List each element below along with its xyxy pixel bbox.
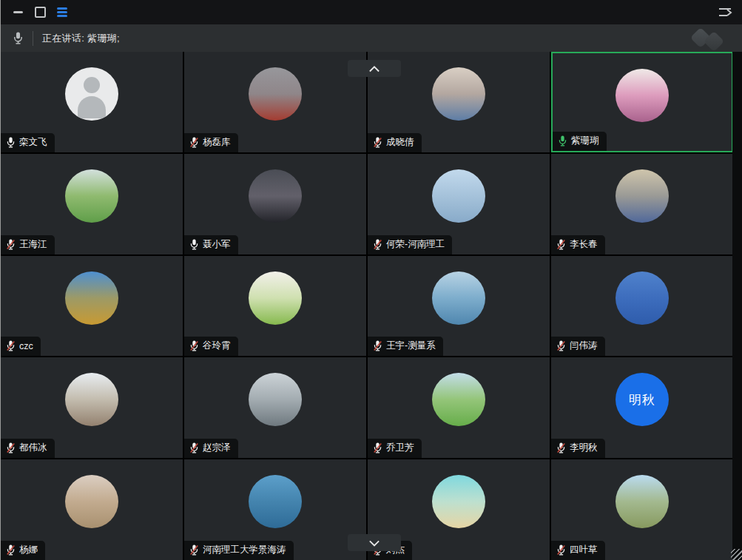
participant-tile[interactable]: 都伟冰 — [1, 357, 183, 458]
mic-status-icon — [189, 544, 199, 556]
participant-name: 王宇-测量系 — [386, 340, 436, 352]
participant-tile[interactable]: 杨磊库 — [184, 52, 366, 152]
participant-avatar — [432, 271, 485, 325]
mic-status-icon — [556, 340, 566, 352]
participant-tile[interactable]: 赵宗泽 — [184, 357, 366, 458]
participant-tile[interactable]: 栾文飞 — [1, 52, 183, 152]
speaking-mic-icon — [13, 31, 24, 45]
participant-name: 谷玲霄 — [203, 340, 231, 352]
participant-grid: 栾文飞杨磊库成晓倩紫珊瑚王海江聂小军何荣-河南理工李长春czc谷玲霄王宇-测量系… — [1, 52, 733, 560]
minimize-icon — [13, 11, 23, 13]
participant-nameplate: 谷玲霄 — [184, 337, 238, 356]
participant-tile[interactable]: 乔卫芳 — [368, 357, 550, 458]
participant-tile[interactable]: 紫珊瑚 — [551, 52, 733, 152]
participant-name: 河南理工大学景海涛 — [203, 544, 286, 556]
mic-status-icon — [6, 340, 16, 352]
participant-nameplate: czc — [1, 337, 41, 356]
participant-avatar: 明秋 — [615, 373, 669, 426]
participant-avatar — [615, 169, 669, 223]
participant-avatar — [432, 373, 485, 426]
participant-name: 栾文飞 — [19, 136, 47, 149]
avatar-text: 明秋 — [629, 391, 655, 408]
participant-nameplate: 乔卫芳 — [368, 439, 422, 458]
participant-avatar — [65, 169, 118, 223]
participant-nameplate: 王宇-测量系 — [368, 337, 443, 356]
mic-status-icon — [6, 238, 16, 251]
participant-nameplate: 四叶草 — [551, 541, 605, 560]
layout-view-icon — [57, 7, 67, 17]
mic-status-icon — [6, 544, 16, 556]
participant-tile[interactable]: 闫伟涛 — [551, 256, 733, 357]
participant-tile[interactable]: 谷玲霄 — [184, 256, 366, 357]
participant-name: 赵宗泽 — [203, 442, 231, 454]
participant-avatar — [432, 169, 485, 223]
participant-tile[interactable]: 何荣-河南理工 — [368, 154, 550, 254]
participant-tile[interactable]: 聂小军 — [184, 154, 366, 254]
participant-name: 都伟冰 — [19, 442, 47, 454]
participant-avatar — [65, 67, 118, 121]
participant-nameplate: 紫珊瑚 — [553, 132, 607, 151]
mic-status-icon — [373, 340, 382, 352]
participant-avatar — [432, 475, 485, 528]
participant-tile[interactable]: czc — [1, 256, 183, 357]
minimize-button[interactable] — [8, 4, 27, 21]
mic-status-icon — [373, 442, 382, 454]
participant-nameplate: 赵宗泽 — [184, 439, 238, 458]
mic-status-icon — [373, 238, 382, 251]
participant-avatar — [249, 475, 302, 528]
person-silhouette-icon — [84, 77, 100, 93]
maximize-icon — [35, 7, 46, 18]
mic-status-icon — [189, 238, 199, 251]
participant-name: 闫伟涛 — [570, 340, 598, 352]
mic-status-icon — [556, 442, 566, 454]
participant-tile[interactable]: 明秋李明秋 — [551, 357, 733, 458]
layout-view-button[interactable] — [53, 4, 72, 21]
meeting-main-area: 栾文飞杨磊库成晓倩紫珊瑚王海江聂小军何荣-河南理工李长春czc谷玲霄王宇-测量系… — [1, 52, 742, 560]
participant-avatar — [65, 373, 118, 426]
participant-nameplate: 聂小军 — [184, 235, 238, 254]
participant-name: 何荣-河南理工 — [386, 238, 445, 251]
scroll-down-button[interactable] — [348, 534, 401, 551]
participant-tile[interactable]: 王海江 — [1, 154, 183, 254]
speaking-status-text: 正在讲话: 紫珊瑚; — [42, 32, 120, 45]
scroll-up-button[interactable] — [348, 60, 401, 77]
participant-tile[interactable]: 四叶草 — [551, 459, 733, 560]
chevron-up-icon — [367, 64, 382, 74]
mic-status-icon — [189, 340, 199, 352]
participant-name: 聂小军 — [203, 238, 231, 251]
participant-tile[interactable]: 李长春 — [551, 154, 733, 254]
status-divider — [33, 31, 33, 46]
mic-status-icon — [556, 238, 566, 251]
participant-avatar — [249, 67, 302, 121]
titlebar — [1, 0, 742, 24]
panel-toggle-button[interactable] — [715, 4, 735, 21]
mic-status-icon — [189, 442, 199, 454]
participant-name: 李长春 — [570, 238, 598, 251]
mic-status-icon — [6, 136, 16, 149]
participant-nameplate: 杨磊库 — [184, 133, 238, 152]
mic-status-icon — [189, 136, 199, 149]
participant-avatar — [249, 169, 302, 223]
participant-tile[interactable]: 王宇-测量系 — [368, 256, 550, 357]
participant-tile[interactable]: 杨娜 — [1, 459, 183, 560]
participant-avatar — [65, 475, 118, 528]
participant-avatar — [249, 271, 302, 325]
participant-name: 乔卫芳 — [386, 442, 414, 454]
participant-name: 四叶草 — [570, 544, 598, 556]
right-edge-strip — [732, 52, 742, 560]
participant-avatar — [615, 475, 669, 528]
participant-avatar — [65, 271, 118, 325]
chevron-down-icon — [367, 538, 382, 548]
participant-avatar — [615, 271, 669, 325]
participant-name: 成晓倩 — [386, 136, 414, 149]
participant-nameplate: 李明秋 — [551, 439, 605, 458]
participant-nameplate: 河南理工大学景海涛 — [184, 541, 294, 560]
participant-tile[interactable]: 河南理工大学景海涛 — [184, 459, 366, 560]
participant-name: 杨娜 — [19, 544, 38, 556]
participant-nameplate: 王海江 — [1, 235, 55, 254]
participant-name: 李明秋 — [570, 442, 598, 454]
participant-nameplate: 李长春 — [551, 235, 605, 254]
resize-grip[interactable] — [731, 549, 742, 560]
participant-name: 紫珊瑚 — [571, 135, 599, 147]
maximize-button[interactable] — [30, 4, 50, 21]
